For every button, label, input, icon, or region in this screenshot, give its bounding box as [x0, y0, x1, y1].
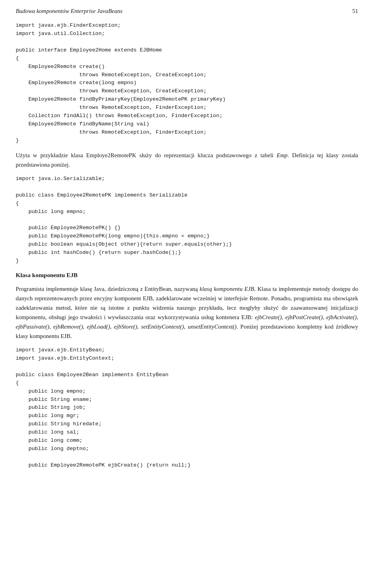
code-block-1: import javax.ejb.FinderException; import…: [16, 22, 358, 145]
code-block-3: import javax.ejb.EntityBean; import java…: [16, 346, 358, 470]
prose-2-italic: klasą komponentu EJB: [199, 286, 254, 292]
prose-text-1: Użyta w przykładzie klasa Employe2Remote…: [16, 152, 277, 158]
prose-paragraph-2: Programista implementuje klasę Java, dzi…: [16, 284, 358, 341]
prose-paragraph-1: Użyta w przykładzie klasa Employe2Remote…: [16, 151, 358, 169]
page-header: Budowa komponentów Enterprise JavaBeans …: [16, 8, 358, 15]
section-heading-ejb: Klasa komponentu EJB: [16, 272, 358, 279]
code-block-2: import java.io.Serializable; public clas…: [16, 175, 358, 265]
emp-italic: Emp: [277, 152, 288, 158]
prose-2-part1: Programista implementuje klasę Java, dzi…: [16, 286, 199, 292]
page-number: 51: [352, 8, 358, 15]
page-title: Budowa komponentów Enterprise JavaBeans: [16, 8, 123, 15]
